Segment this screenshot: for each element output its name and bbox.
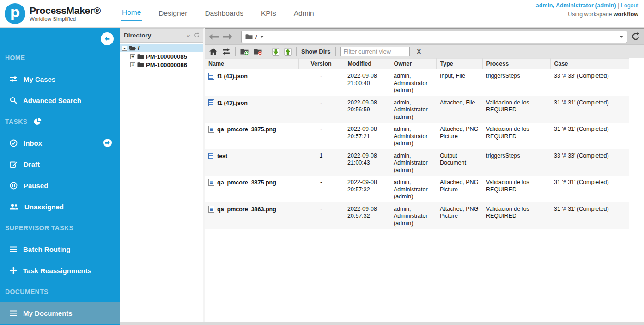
back-arrow-icon[interactable] — [209, 34, 219, 40]
collapse-expander-icon[interactable] — [122, 46, 127, 51]
sidebar-item-label: Batch Routing — [23, 245, 71, 253]
table-row[interactable]: qa_pmcore_3875.png - 2022-09-08 20:57:21… — [205, 123, 629, 149]
column-header-case[interactable]: Case — [550, 59, 621, 69]
expand-expander-icon[interactable] — [130, 54, 135, 59]
table-row[interactable]: f1 (43).json - 2022-09-08 20:56:59 admin… — [205, 96, 629, 123]
sidebar-collapse-button[interactable] — [101, 32, 114, 45]
upload-file-icon[interactable] — [284, 48, 292, 56]
brand-subtitle: Workflow Simplified — [30, 16, 101, 22]
refresh-icon[interactable] — [632, 32, 640, 41]
nav-tab-dashboards[interactable]: Dashboards — [204, 7, 244, 21]
file-case: 31 '# 31' (Completed) — [550, 176, 621, 202]
sidebar-item-unassigned[interactable]: Unassigned — [0, 196, 120, 217]
bottom-scrollbar-strip[interactable] — [120, 322, 644, 325]
file-modified: 2022-09-08 20:57:32 — [344, 202, 390, 229]
folder-icon — [245, 34, 253, 40]
chevron-down-icon[interactable] — [260, 36, 264, 38]
workspace-prefix: Using workspace — [568, 11, 614, 18]
workspace-link[interactable]: workflow — [614, 11, 638, 18]
arrow-right-circle-icon[interactable] — [103, 139, 112, 147]
file-toolbar: Show Dirs X — [205, 44, 644, 58]
file-version: - — [298, 69, 344, 96]
combobox-dropdown-icon[interactable] — [620, 36, 623, 38]
file-owner: admin, Administrator (admin) — [390, 202, 436, 229]
tree-node-label: / — [138, 45, 140, 52]
arrow-left-circle-icon — [103, 35, 111, 43]
user-link[interactable]: admin, Administrator (admin) — [536, 2, 616, 9]
edit-pencil-icon — [10, 160, 18, 168]
sidebar-section-tasks: TASKS — [0, 111, 120, 132]
clear-filter-button[interactable]: X — [417, 48, 421, 55]
nav-tab-designer[interactable]: Designer — [158, 7, 188, 21]
sidebar-item-draft[interactable]: Draft — [0, 153, 120, 175]
file-type: Attached, PNG Picture — [436, 123, 482, 149]
file-type: Attached, File — [436, 96, 482, 123]
tree-node-folder[interactable]: PM-100000085 — [120, 52, 203, 61]
file-owner: admin, Administrator (admin) — [390, 176, 436, 202]
file-name: test — [217, 153, 227, 159]
column-header-process[interactable]: Process — [482, 59, 550, 69]
file-case: 33 '# 33' (Completed) — [550, 69, 621, 96]
sidebar-item-label: My Cases — [24, 75, 55, 83]
sidebar-item-my-documents[interactable]: My Documents — [0, 302, 120, 324]
sidebar-item-my-cases[interactable]: My Cases — [0, 68, 120, 90]
column-header-version[interactable]: Version — [298, 59, 344, 69]
separator — [267, 47, 267, 56]
path-combobox[interactable]: / - — [241, 31, 627, 43]
nav-tab-kpis[interactable]: KPIs — [260, 7, 277, 21]
sidebar-item-batch-routing[interactable]: Batch Routing — [0, 239, 120, 260]
file-type-icon — [208, 126, 214, 133]
swap-refresh-icon[interactable] — [222, 48, 231, 55]
file-name: f1 (43).json — [217, 100, 248, 106]
file-process: triggersSteps — [482, 69, 550, 96]
folder-icon — [137, 54, 144, 59]
divider: | — [618, 2, 619, 9]
new-folder-icon[interactable] — [240, 48, 249, 55]
column-header-type[interactable]: Type — [436, 59, 482, 69]
column-header-owner[interactable]: Owner — [390, 59, 436, 69]
file-type-icon — [208, 99, 214, 106]
nav-tab-home[interactable]: Home — [121, 6, 142, 21]
file-owner: admin, Administrator (admin) — [390, 96, 436, 123]
sidebar-item-label: Paused — [24, 182, 48, 190]
path-bar: / - — [205, 29, 644, 44]
show-dirs-toggle[interactable]: Show Dirs — [301, 48, 331, 55]
refresh-tree-icon[interactable] — [194, 32, 200, 39]
expand-expander-icon[interactable] — [130, 62, 135, 67]
forward-arrow-icon[interactable] — [223, 34, 232, 40]
tree-node-root[interactable]: / — [120, 44, 203, 52]
table-row[interactable]: test 1 2022-09-08 21:00:43 admin, Admini… — [205, 149, 629, 176]
tree-node-label: PM-100000085 — [146, 53, 187, 60]
home-icon[interactable] — [209, 48, 217, 55]
directory-title: Directory — [124, 32, 183, 39]
processmaker-logo-icon: p — [5, 3, 25, 24]
separator — [335, 47, 336, 56]
users-icon — [10, 203, 18, 210]
filter-input[interactable] — [340, 47, 410, 56]
column-header-modified[interactable]: Modified — [344, 59, 390, 69]
nav-tab-admin[interactable]: Admin — [293, 7, 315, 21]
delete-folder-icon[interactable] — [254, 48, 262, 55]
file-modified: 2022-09-08 20:56:59 — [344, 96, 390, 123]
sidebar-section-documents: DOCUMENTS — [0, 281, 120, 302]
sidebar-item-inbox[interactable]: Inbox — [0, 132, 120, 153]
tree-node-folder[interactable]: PM-100000086 — [120, 61, 203, 69]
table-row[interactable]: qa_pmcore_3863.png - 2022-09-08 20:57:32… — [205, 202, 629, 229]
file-modified: 2022-09-08 21:00:43 — [344, 149, 390, 176]
hamburger-icon — [10, 310, 17, 316]
collapse-panel-icon[interactable] — [187, 31, 190, 39]
table-row[interactable]: qa_pmcore_3875.png - 2022-09-08 20:57:32… — [205, 176, 629, 202]
file-type: Input, File — [436, 69, 482, 96]
sidebar-item-paused[interactable]: Paused — [0, 175, 120, 196]
download-file-icon[interactable] — [272, 48, 279, 56]
documents-table: Name Version Modified Owner Type Process… — [205, 58, 629, 229]
table-row[interactable]: f1 (43).json - 2022-09-08 21:00:40 admin… — [205, 69, 629, 96]
sidebar-section-supervisor-tasks: SUPERVISOR TASKS — [0, 217, 120, 239]
sidebar-item-advanced-search[interactable]: Advanced Search — [0, 90, 120, 111]
search-icon — [10, 97, 17, 104]
sidebar-item-task-reassignments[interactable]: Task Reassignments — [0, 260, 120, 281]
logout-link[interactable]: Logout — [621, 2, 638, 9]
file-modified: 2022-09-08 21:00:40 — [344, 69, 390, 96]
table-header-row: Name Version Modified Owner Type Process… — [205, 59, 629, 69]
column-header-name[interactable]: Name — [205, 59, 298, 69]
